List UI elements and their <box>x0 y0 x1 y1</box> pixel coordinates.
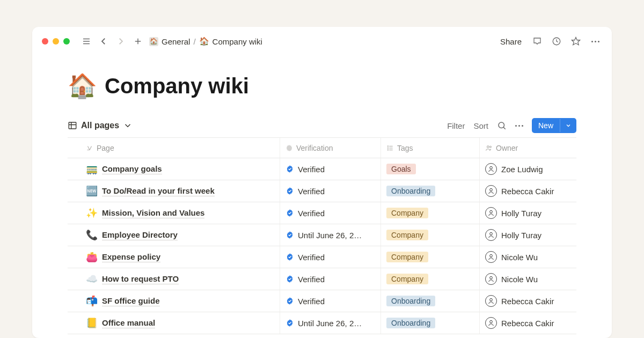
col-page[interactable]: Page <box>68 138 280 158</box>
row-title[interactable]: Office manual <box>102 318 155 328</box>
svg-point-16 <box>387 148 388 148</box>
page-emoji[interactable]: 🏠 <box>68 72 97 100</box>
cell-page[interactable]: ✨Mission, Vision and Values <box>68 202 280 224</box>
table-row[interactable]: 🆕To Do/Read in your first weekVerifiedOn… <box>68 180 576 202</box>
owner-name: Nicole Wu <box>501 275 538 284</box>
tag-badge[interactable]: Onboarding <box>386 296 435 306</box>
new-page-button[interactable] <box>131 34 145 48</box>
forward-button[interactable] <box>114 34 128 48</box>
topbar: 🏠 General / 🏠 Company wiki Share <box>32 27 612 56</box>
table-row[interactable]: ✨Mission, Vision and ValuesVerifiedCompa… <box>68 202 576 224</box>
minimize-window-button[interactable] <box>53 38 59 45</box>
cell-verification: Verified <box>280 180 381 202</box>
verification-text: Verified <box>298 253 325 262</box>
breadcrumb-current[interactable]: Company wiki <box>213 37 262 46</box>
row-emoji: ✨ <box>86 207 98 219</box>
new-button[interactable]: New <box>532 118 576 133</box>
cell-page[interactable]: ☁️How to request PTO <box>68 268 280 290</box>
avatar <box>485 163 497 175</box>
close-window-button[interactable] <box>42 38 48 45</box>
row-title[interactable]: Employee Directory <box>102 230 178 240</box>
svg-point-22 <box>490 210 493 213</box>
favorite-icon[interactable] <box>569 34 583 48</box>
table-row[interactable]: 📞Employee DirectoryUntil June 26, 2…Comp… <box>68 224 576 246</box>
cell-verification: Verified <box>280 202 381 224</box>
owner-name: Rebecca Cakir <box>501 297 554 306</box>
row-emoji: 📞 <box>86 229 98 241</box>
text-icon <box>86 144 93 152</box>
tag-badge[interactable]: Onboarding <box>386 186 435 196</box>
view-toolbar: All pages Filter Sort New <box>68 118 576 137</box>
table-header: Page Verification Tags Owner <box>68 138 576 158</box>
svg-point-19 <box>489 146 491 148</box>
menu-icon[interactable] <box>79 34 93 48</box>
row-title[interactable]: Mission, Vision and Values <box>102 208 204 218</box>
more-icon[interactable] <box>588 34 602 48</box>
tag-badge[interactable]: Company <box>386 230 428 240</box>
row-title[interactable]: To Do/Read in your first week <box>102 186 215 196</box>
row-emoji: 📒 <box>86 317 98 329</box>
col-owner[interactable]: Owner <box>480 138 576 158</box>
verification-text: Verified <box>298 209 325 218</box>
cell-tags: Company <box>381 268 480 290</box>
owner-name: Holly Turay <box>501 209 541 218</box>
table-row[interactable]: ☁️How to request PTOVerifiedCompanyNicol… <box>68 268 576 290</box>
people-icon <box>485 144 493 152</box>
view-options-icon[interactable] <box>515 125 523 127</box>
table-row[interactable]: 🚃Company goalsVerifiedGoalsZoe Ludwig <box>68 158 576 180</box>
row-title[interactable]: SF office guide <box>102 296 160 306</box>
cell-page[interactable]: 👛Expense policy <box>68 246 280 268</box>
row-title[interactable]: Expense policy <box>102 252 160 262</box>
verification-text: Verified <box>298 165 325 174</box>
cell-page[interactable]: 🆕To Do/Read in your first week <box>68 180 280 202</box>
tag-badge[interactable]: Company <box>386 208 428 218</box>
breadcrumb-parent[interactable]: General <box>162 37 190 46</box>
new-button-dropdown[interactable] <box>560 119 576 132</box>
cell-page[interactable]: 🚃Company goals <box>68 158 280 180</box>
cell-owner: Rebecca Cakir <box>480 312 576 334</box>
tag-badge[interactable]: Company <box>386 252 428 262</box>
table-row[interactable]: 📬SF office guideVerifiedOnboardingRebecc… <box>68 290 576 312</box>
col-tags[interactable]: Tags <box>381 138 480 158</box>
cell-owner: Rebecca Cakir <box>480 290 576 312</box>
owner-name: Rebecca Cakir <box>501 319 554 328</box>
cell-owner: Holly Turay <box>480 202 576 224</box>
col-verification[interactable]: Verification <box>280 138 381 158</box>
cell-owner: Holly Turay <box>480 224 576 246</box>
page-title[interactable]: Company wiki <box>105 74 249 98</box>
owner-name: Nicole Wu <box>501 253 538 262</box>
tag-badge[interactable]: Goals <box>386 164 416 174</box>
cell-page[interactable]: 📬SF office guide <box>68 290 280 312</box>
share-button[interactable]: Share <box>500 37 522 46</box>
cell-tags: Onboarding <box>381 312 480 334</box>
cell-page[interactable]: 📞Employee Directory <box>68 224 280 246</box>
row-title[interactable]: Company goals <box>102 164 162 174</box>
verification-text: Until June 26, 2… <box>298 319 362 328</box>
cell-page[interactable]: 📒Office manual <box>68 312 280 334</box>
view-tab[interactable]: All pages <box>68 121 133 130</box>
owner-name: Rebecca Cakir <box>501 187 554 196</box>
history-icon[interactable] <box>550 34 564 48</box>
row-emoji: 📬 <box>86 295 98 307</box>
sort-button[interactable]: Sort <box>473 121 488 130</box>
cell-verification: Verified <box>280 290 381 312</box>
verification-text: Verified <box>298 187 325 196</box>
filter-button[interactable]: Filter <box>447 121 465 130</box>
verification-text: Verified <box>298 275 325 284</box>
row-emoji: ☁️ <box>86 273 98 285</box>
cell-tags: Company <box>381 202 480 224</box>
tag-badge[interactable]: Onboarding <box>386 318 435 328</box>
svg-point-10 <box>499 122 504 128</box>
maximize-window-button[interactable] <box>63 38 70 45</box>
row-emoji: 🚃 <box>86 163 98 175</box>
comments-icon[interactable] <box>530 34 544 48</box>
back-button[interactable] <box>97 34 111 48</box>
svg-point-21 <box>490 188 493 191</box>
cell-tags: Company <box>381 246 480 268</box>
search-icon[interactable] <box>497 121 507 130</box>
row-title[interactable]: How to request PTO <box>102 274 179 284</box>
table-row[interactable]: 📒Office manualUntil June 26, 2…Onboardin… <box>68 312 576 334</box>
table-row[interactable]: 👛Expense policyVerifiedCompanyNicole Wu <box>68 246 576 268</box>
cell-owner: Zoe Ludwig <box>480 158 576 180</box>
tag-badge[interactable]: Company <box>386 274 428 284</box>
